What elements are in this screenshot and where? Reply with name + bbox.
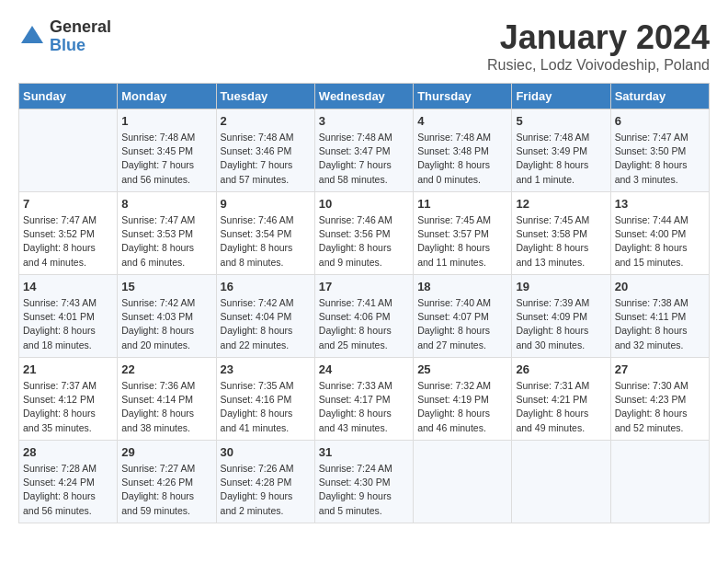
calendar-day-cell: 14Sunrise: 7:43 AMSunset: 4:01 PMDayligh… xyxy=(19,275,118,358)
calendar-day-cell: 21Sunrise: 7:37 AMSunset: 4:12 PMDayligh… xyxy=(19,358,118,441)
day-number: 7 xyxy=(23,197,113,211)
logo-blue: Blue xyxy=(50,37,111,55)
day-number: 25 xyxy=(417,362,507,376)
calendar-table: SundayMondayTuesdayWednesdayThursdayFrid… xyxy=(18,83,710,523)
day-info: Sunrise: 7:46 AMSunset: 3:56 PMDaylight:… xyxy=(319,213,409,270)
day-info: Sunrise: 7:48 AMSunset: 3:45 PMDaylight:… xyxy=(121,131,211,187)
day-info: Sunrise: 7:48 AMSunset: 3:47 PMDaylight:… xyxy=(319,131,409,187)
day-number: 27 xyxy=(615,362,705,376)
calendar-day-cell: 24Sunrise: 7:33 AMSunset: 4:17 PMDayligh… xyxy=(314,358,413,441)
calendar-day-cell: 10Sunrise: 7:46 AMSunset: 3:56 PMDayligh… xyxy=(314,192,413,275)
day-number: 15 xyxy=(121,280,211,293)
day-number: 16 xyxy=(221,280,311,293)
day-number: 31 xyxy=(319,445,409,459)
calendar-day-cell: 20Sunrise: 7:38 AMSunset: 4:11 PMDayligh… xyxy=(610,275,709,358)
calendar-day-cell: 11Sunrise: 7:45 AMSunset: 3:57 PMDayligh… xyxy=(414,192,512,275)
calendar-day-cell: 22Sunrise: 7:36 AMSunset: 4:14 PMDayligh… xyxy=(118,358,216,441)
day-number: 28 xyxy=(23,445,113,459)
calendar-day-cell: 26Sunrise: 7:31 AMSunset: 4:21 PMDayligh… xyxy=(512,358,610,441)
calendar-day-cell: 16Sunrise: 7:42 AMSunset: 4:04 PMDayligh… xyxy=(216,275,314,358)
weekday-header: Thursday xyxy=(414,84,512,109)
day-number: 5 xyxy=(516,114,606,128)
calendar-day-cell: 15Sunrise: 7:42 AMSunset: 4:03 PMDayligh… xyxy=(118,275,216,358)
calendar-day-cell xyxy=(19,109,118,192)
calendar-week-row: 21Sunrise: 7:37 AMSunset: 4:12 PMDayligh… xyxy=(19,358,710,441)
day-number: 10 xyxy=(319,197,409,211)
day-number: 24 xyxy=(319,362,409,376)
day-info: Sunrise: 7:42 AMSunset: 4:04 PMDaylight:… xyxy=(221,296,311,352)
weekday-header: Tuesday xyxy=(216,84,314,109)
calendar-week-row: 7Sunrise: 7:47 AMSunset: 3:52 PMDaylight… xyxy=(19,192,710,275)
day-info: Sunrise: 7:31 AMSunset: 4:21 PMDaylight:… xyxy=(516,379,606,435)
day-info: Sunrise: 7:36 AMSunset: 4:14 PMDaylight:… xyxy=(121,379,211,435)
calendar-day-cell: 9Sunrise: 7:46 AMSunset: 3:54 PMDaylight… xyxy=(216,192,314,275)
day-info: Sunrise: 7:48 AMSunset: 3:48 PMDaylight:… xyxy=(417,131,507,187)
calendar-week-row: 14Sunrise: 7:43 AMSunset: 4:01 PMDayligh… xyxy=(19,275,710,358)
day-number: 26 xyxy=(516,362,606,376)
day-info: Sunrise: 7:38 AMSunset: 4:11 PMDaylight:… xyxy=(615,296,705,352)
calendar-day-cell: 27Sunrise: 7:30 AMSunset: 4:23 PMDayligh… xyxy=(610,358,709,441)
calendar-day-cell: 2Sunrise: 7:48 AMSunset: 3:46 PMDaylight… xyxy=(216,109,314,192)
day-info: Sunrise: 7:45 AMSunset: 3:58 PMDaylight:… xyxy=(516,213,606,270)
day-number: 22 xyxy=(121,362,211,376)
calendar-week-row: 1Sunrise: 7:48 AMSunset: 3:45 PMDaylight… xyxy=(19,109,710,192)
day-number: 23 xyxy=(221,362,311,376)
day-number: 2 xyxy=(221,114,311,128)
calendar-day-cell: 1Sunrise: 7:48 AMSunset: 3:45 PMDaylight… xyxy=(118,109,216,192)
calendar-day-cell: 5Sunrise: 7:48 AMSunset: 3:49 PMDaylight… xyxy=(512,109,610,192)
svg-marker-0 xyxy=(21,26,43,43)
logo-icon xyxy=(18,23,46,51)
day-info: Sunrise: 7:43 AMSunset: 4:01 PMDaylight:… xyxy=(23,296,113,352)
weekday-header: Monday xyxy=(118,84,216,109)
calendar-day-cell xyxy=(414,441,512,523)
calendar-day-cell: 12Sunrise: 7:45 AMSunset: 3:58 PMDayligh… xyxy=(512,192,610,275)
day-info: Sunrise: 7:26 AMSunset: 4:28 PMDaylight:… xyxy=(221,462,311,518)
calendar-week-row: 28Sunrise: 7:28 AMSunset: 4:24 PMDayligh… xyxy=(19,441,710,523)
page-header: General Blue January 2024 Rusiec, Lodz V… xyxy=(18,18,710,74)
day-number: 11 xyxy=(417,197,507,211)
day-info: Sunrise: 7:44 AMSunset: 4:00 PMDaylight:… xyxy=(615,213,705,270)
title-block: January 2024 Rusiec, Lodz Voivodeship, P… xyxy=(487,18,710,74)
day-number: 1 xyxy=(121,114,211,128)
day-number: 6 xyxy=(615,114,705,128)
calendar-title: January 2024 xyxy=(487,18,710,57)
calendar-day-cell: 13Sunrise: 7:44 AMSunset: 4:00 PMDayligh… xyxy=(610,192,709,275)
day-info: Sunrise: 7:30 AMSunset: 4:23 PMDaylight:… xyxy=(615,379,705,435)
day-number: 13 xyxy=(615,197,705,211)
day-number: 19 xyxy=(516,280,606,293)
day-number: 8 xyxy=(121,197,211,211)
day-info: Sunrise: 7:27 AMSunset: 4:26 PMDaylight:… xyxy=(121,462,211,518)
weekday-header: Sunday xyxy=(19,84,118,109)
day-number: 18 xyxy=(417,280,507,293)
calendar-day-cell xyxy=(610,441,709,523)
logo: General Blue xyxy=(18,18,111,55)
calendar-day-cell: 8Sunrise: 7:47 AMSunset: 3:53 PMDaylight… xyxy=(118,192,216,275)
day-info: Sunrise: 7:47 AMSunset: 3:53 PMDaylight:… xyxy=(121,213,211,270)
day-info: Sunrise: 7:40 AMSunset: 4:07 PMDaylight:… xyxy=(417,296,507,352)
calendar-day-cell: 3Sunrise: 7:48 AMSunset: 3:47 PMDaylight… xyxy=(314,109,413,192)
day-number: 14 xyxy=(23,280,113,293)
logo-general: General xyxy=(50,18,111,37)
calendar-day-cell: 23Sunrise: 7:35 AMSunset: 4:16 PMDayligh… xyxy=(216,358,314,441)
day-info: Sunrise: 7:33 AMSunset: 4:17 PMDaylight:… xyxy=(319,379,409,435)
day-info: Sunrise: 7:41 AMSunset: 4:06 PMDaylight:… xyxy=(319,296,409,352)
calendar-day-cell: 17Sunrise: 7:41 AMSunset: 4:06 PMDayligh… xyxy=(314,275,413,358)
calendar-day-cell: 6Sunrise: 7:47 AMSunset: 3:50 PMDaylight… xyxy=(610,109,709,192)
day-number: 21 xyxy=(23,362,113,376)
calendar-day-cell: 7Sunrise: 7:47 AMSunset: 3:52 PMDaylight… xyxy=(19,192,118,275)
day-info: Sunrise: 7:37 AMSunset: 4:12 PMDaylight:… xyxy=(23,379,113,435)
calendar-subtitle: Rusiec, Lodz Voivodeship, Poland xyxy=(487,57,710,74)
weekday-header: Wednesday xyxy=(314,84,413,109)
day-number: 9 xyxy=(221,197,311,211)
calendar-day-cell: 30Sunrise: 7:26 AMSunset: 4:28 PMDayligh… xyxy=(216,441,314,523)
day-info: Sunrise: 7:35 AMSunset: 4:16 PMDaylight:… xyxy=(221,379,311,435)
weekday-header: Saturday xyxy=(610,84,709,109)
weekday-header: Friday xyxy=(512,84,610,109)
day-info: Sunrise: 7:42 AMSunset: 4:03 PMDaylight:… xyxy=(121,296,211,352)
day-info: Sunrise: 7:39 AMSunset: 4:09 PMDaylight:… xyxy=(516,296,606,352)
day-info: Sunrise: 7:45 AMSunset: 3:57 PMDaylight:… xyxy=(417,213,507,270)
calendar-header-row: SundayMondayTuesdayWednesdayThursdayFrid… xyxy=(19,84,710,109)
day-info: Sunrise: 7:28 AMSunset: 4:24 PMDaylight:… xyxy=(23,462,113,518)
calendar-day-cell: 25Sunrise: 7:32 AMSunset: 4:19 PMDayligh… xyxy=(414,358,512,441)
day-info: Sunrise: 7:47 AMSunset: 3:50 PMDaylight:… xyxy=(615,131,705,187)
